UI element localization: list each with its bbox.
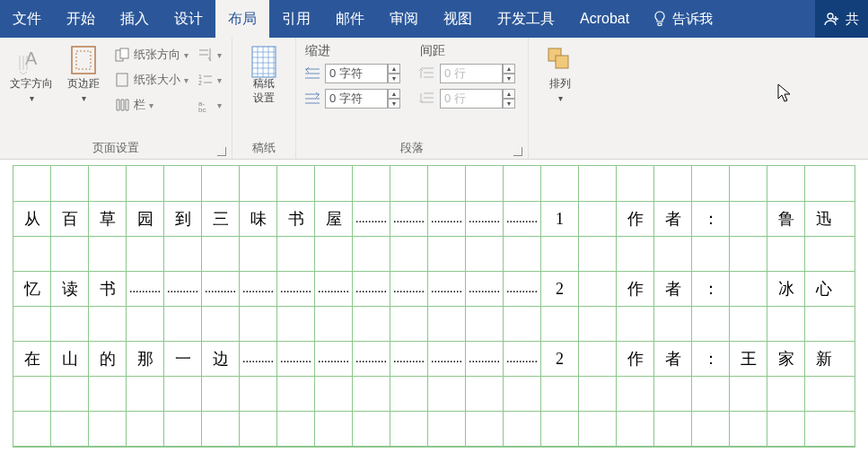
margins-button[interactable]: 页边距 ▾: [59, 41, 108, 103]
tab-home[interactable]: 开始: [54, 0, 108, 38]
grid-cell: 的: [89, 342, 127, 376]
grid-cell: [353, 166, 390, 201]
tab-layout[interactable]: 布局: [215, 0, 269, 38]
grid-cell: ..........: [353, 202, 390, 236]
columns-button[interactable]: 栏 ▾: [111, 93, 191, 117]
columns-label: 栏: [134, 97, 145, 113]
grid-cell: [51, 307, 89, 341]
grid-cell: 王: [730, 342, 767, 376]
grid-cell: [353, 412, 390, 446]
grid-cell: ..........: [277, 342, 315, 376]
spin-up-icon[interactable]: ▲: [388, 89, 400, 99]
indent-right-field[interactable]: [325, 89, 388, 109]
spin-down-icon[interactable]: ▼: [503, 99, 515, 109]
hyphenation-button[interactable]: a-bc ▾: [195, 93, 224, 117]
grid-cell: 在: [13, 342, 51, 376]
arrange-button[interactable]: 排列 ▾: [536, 41, 584, 103]
spin-up-icon[interactable]: ▲: [503, 89, 515, 99]
tell-me-search[interactable]: 告诉我: [642, 0, 723, 38]
size-button[interactable]: 纸张大小 ▾: [111, 68, 191, 91]
grid-cell: ..........: [315, 272, 353, 306]
group-label-writing-paper: 稿纸: [232, 139, 295, 159]
indent-left-input[interactable]: ▲▼: [325, 63, 406, 84]
grid-cell: [315, 237, 353, 271]
spin-down-icon[interactable]: ▼: [388, 74, 400, 83]
grid-cell: ..........: [390, 202, 428, 236]
grid-cell: ..........: [390, 272, 428, 306]
breaks-button[interactable]: ▾: [195, 43, 224, 66]
orientation-button[interactable]: 纸张方向 ▾: [111, 43, 191, 66]
grid-cell: [277, 237, 315, 271]
text-direction-button[interactable]: A 文字方向 ▾: [7, 41, 56, 103]
grid-cell: ..........: [428, 202, 466, 236]
space-before-field[interactable]: [440, 64, 503, 83]
grid-cell: [127, 166, 164, 201]
grid-cell: [692, 237, 730, 271]
grid-cell: 山: [51, 342, 89, 376]
space-after-field[interactable]: [440, 89, 503, 109]
grid-cell: ..........: [277, 272, 315, 306]
grid-cell: [202, 377, 240, 411]
tab-mailings[interactable]: 邮件: [323, 0, 377, 38]
grid-cell: [654, 412, 692, 446]
grid-cell: [579, 342, 617, 376]
tab-references[interactable]: 引用: [269, 0, 323, 38]
grid-cell: [730, 237, 767, 271]
space-before-input[interactable]: ▲▼: [440, 63, 521, 84]
grid-cell: 作: [617, 272, 654, 306]
grid-cell: 到: [164, 202, 202, 236]
group-label-arrange: [529, 155, 592, 159]
grid-cell: [692, 412, 730, 446]
grid-cell: [164, 412, 202, 446]
grid-cell: [353, 377, 390, 411]
tab-design[interactable]: 设计: [162, 0, 215, 38]
grid-cell: [89, 307, 127, 341]
group-label-paragraph: 段落: [296, 139, 528, 159]
grid-cell: [654, 307, 692, 341]
chevron-down-icon: ▾: [30, 93, 34, 103]
indent-left-field[interactable]: [325, 64, 388, 83]
grid-cell: [390, 412, 428, 446]
tab-insert[interactable]: 插入: [108, 0, 162, 38]
grid-cell: [13, 412, 51, 446]
grid-cell: 边: [202, 342, 240, 376]
line-numbers-button[interactable]: 12 ▾: [195, 68, 224, 91]
grid-cell: ..........: [428, 342, 466, 376]
spin-up-icon[interactable]: ▲: [503, 64, 515, 74]
indent-left-icon: [303, 65, 321, 82]
tab-review[interactable]: 审阅: [377, 0, 431, 38]
grid-cell: 者: [654, 202, 692, 236]
space-after-input[interactable]: ▲▼: [440, 88, 521, 109]
spin-up-icon[interactable]: ▲: [388, 64, 400, 74]
breaks-icon: [197, 47, 214, 63]
grid-cell: [805, 307, 843, 341]
svg-rect-11: [252, 47, 276, 77]
grid-cell: [277, 166, 315, 201]
grid-cell: [466, 377, 504, 411]
spin-down-icon[interactable]: ▼: [503, 74, 515, 83]
share-button[interactable]: 共: [815, 0, 868, 38]
writing-paper-button[interactable]: 稿纸 设置: [240, 41, 288, 105]
grid-cell: ..........: [315, 342, 353, 376]
grid-cell: ..........: [466, 342, 504, 376]
grid-cell: [730, 307, 767, 341]
grid-cell: ..........: [504, 202, 541, 236]
dialog-launcher-icon[interactable]: [513, 147, 522, 156]
manuscript-grid[interactable]: 从百草园到三味书屋...............................…: [13, 165, 855, 448]
grid-cell: 作: [617, 202, 654, 236]
grid-cell: ：: [692, 342, 730, 376]
grid-row: [13, 307, 855, 342]
indent-right-input[interactable]: ▲▼: [325, 88, 406, 109]
grid-cell: [277, 412, 315, 446]
tab-view[interactable]: 视图: [431, 0, 485, 38]
group-page-setup: A 文字方向 ▾ 页边距 ▾ 纸张方向 ▾ 纸: [0, 38, 232, 159]
grid-cell: [127, 377, 164, 411]
spin-down-icon[interactable]: ▼: [388, 99, 400, 109]
tab-acrobat[interactable]: Acrobat: [567, 0, 642, 38]
grid-cell: [617, 166, 654, 201]
dialog-launcher-icon[interactable]: [217, 147, 226, 156]
tab-file[interactable]: 文件: [0, 0, 54, 38]
grid-cell: [617, 377, 654, 411]
tab-developer[interactable]: 开发工具: [485, 0, 567, 38]
grid-cell: [13, 377, 51, 411]
